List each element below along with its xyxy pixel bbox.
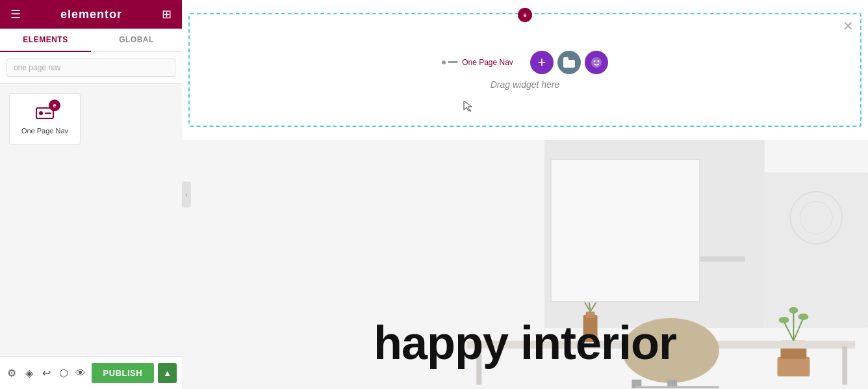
search-bar bbox=[0, 52, 182, 84]
svg-rect-1 bbox=[563, 57, 568, 61]
panel-header: ☰ elementor ⊞ bbox=[0, 0, 182, 29]
settings-icon[interactable]: ⚙ bbox=[5, 363, 19, 384]
folder-icon bbox=[563, 57, 575, 68]
widget-item-one-page-nav[interactable]: e One Page Nav bbox=[9, 93, 81, 145]
smiley-icon bbox=[591, 57, 602, 68]
template-button[interactable] bbox=[557, 51, 581, 74]
drag-text: Drag widget here bbox=[491, 79, 560, 90]
search-input[interactable] bbox=[6, 59, 175, 77]
widget-toolbar-label: One Page Nav bbox=[462, 58, 513, 67]
publish-arrow-button[interactable]: ▲ bbox=[158, 363, 177, 383]
widget-label: One Page Nav bbox=[21, 127, 68, 135]
svg-point-2 bbox=[591, 57, 602, 68]
svg-point-3 bbox=[593, 60, 595, 62]
widget-list: e One Page Nav bbox=[0, 84, 182, 356]
elementor-badge-label: e bbox=[523, 12, 526, 18]
svg-rect-8 bbox=[765, 172, 868, 328]
tab-global[interactable]: GLOBAL bbox=[91, 29, 182, 51]
svg-rect-22 bbox=[842, 346, 847, 385]
widget-line bbox=[45, 113, 51, 114]
svg-rect-12 bbox=[778, 357, 810, 377]
collapse-handle[interactable]: ‹ bbox=[182, 181, 191, 208]
drop-zone: e ✕ One Page Nav + bbox=[188, 13, 862, 127]
responsive-icon[interactable]: ⬡ bbox=[57, 363, 71, 384]
panel-bottom: ⚙ ◈ ↩ ⬡ 👁 PUBLISH ▲ bbox=[0, 356, 182, 389]
grid-icon[interactable]: ⊞ bbox=[162, 7, 172, 21]
publish-button[interactable]: PUBLISH bbox=[92, 363, 155, 383]
svg-point-19 bbox=[798, 314, 808, 320]
nav-dot bbox=[442, 60, 446, 64]
left-panel: ☰ elementor ⊞ ELEMENTS GLOBAL e One Page… bbox=[0, 0, 182, 389]
layers-icon[interactable]: ◈ bbox=[23, 363, 36, 384]
hamburger-icon[interactable]: ☰ bbox=[10, 7, 21, 21]
canvas-area: e ✕ One Page Nav + bbox=[182, 0, 868, 389]
ai-button[interactable] bbox=[585, 51, 608, 74]
hero-text: happy interior bbox=[374, 316, 676, 369]
widget-dot bbox=[39, 111, 43, 115]
elementor-badge: e bbox=[518, 8, 532, 22]
svg-point-4 bbox=[597, 60, 599, 62]
svg-point-18 bbox=[789, 307, 798, 314]
add-button[interactable]: + bbox=[530, 51, 554, 74]
close-icon[interactable]: ✕ bbox=[843, 20, 854, 33]
svg-point-17 bbox=[779, 317, 789, 323]
history-icon[interactable]: ↩ bbox=[40, 363, 53, 384]
nav-line bbox=[448, 61, 458, 63]
nav-widget-icon bbox=[442, 60, 458, 64]
canvas-background: happy interior bbox=[182, 140, 868, 389]
tab-elements[interactable]: ELEMENTS bbox=[0, 29, 91, 52]
preview-icon[interactable]: 👁 bbox=[74, 363, 88, 384]
elementor-logo: elementor bbox=[60, 8, 122, 21]
widget-icon-wrap: e bbox=[32, 103, 58, 123]
widget-badge: e bbox=[49, 100, 60, 111]
widget-toolbar: One Page Nav + bbox=[442, 51, 608, 74]
badge-label: e bbox=[53, 102, 56, 109]
panel-tabs: ELEMENTS GLOBAL bbox=[0, 29, 182, 52]
svg-rect-35 bbox=[551, 159, 700, 302]
svg-rect-26 bbox=[635, 386, 719, 388]
